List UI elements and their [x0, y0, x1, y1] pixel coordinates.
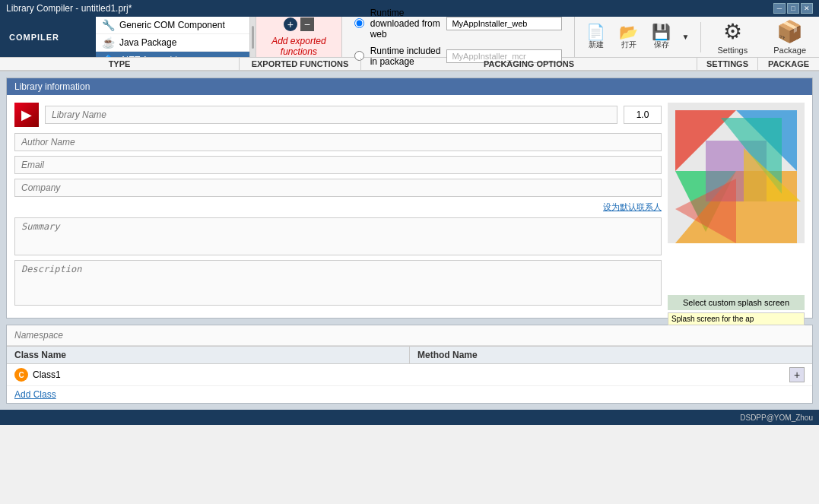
section-headers: TYPE EXPORTED FUNCTIONS PACKAGING OPTION… [0, 58, 819, 71]
class-name-text: Class1 [33, 369, 411, 380]
author-input[interactable] [14, 133, 662, 151]
lib-info-body: ▶ 设为默认联系人 [7, 95, 812, 318]
settings-header: SETTINGS [697, 58, 758, 70]
add-class-link[interactable]: Add Class [7, 386, 812, 403]
add-method-button[interactable]: + [789, 367, 805, 382]
class-name-col-header: Class Name [7, 347, 410, 363]
exported-controls: + − [284, 17, 314, 31]
lib-icon: ▶ [14, 103, 39, 127]
compiler-label: COMPILER [0, 17, 96, 57]
namespace-input[interactable] [7, 325, 812, 346]
add-exported-btn[interactable]: + [284, 17, 297, 31]
set-default-link[interactable]: 设为默认联系人 [14, 201, 662, 213]
runtime-web-radio[interactable] [354, 18, 364, 28]
open-icon: 📂 [619, 24, 638, 40]
new-icon: 📄 [586, 24, 605, 40]
remove-exported-btn[interactable]: − [300, 17, 314, 31]
runtime-web-row: Runtime downloaded from web [354, 8, 563, 40]
type-item-net[interactable]: 🔷 .NET Assembly [96, 52, 256, 57]
settings-button[interactable]: ⚙ Settings [704, 15, 760, 59]
packaging-panel: Runtime downloaded from web Runtime incl… [342, 17, 575, 57]
toolbar-separator [700, 22, 701, 52]
lib-info-split: ▶ 设为默认联系人 [14, 103, 805, 310]
settings-icon: ⚙ [723, 19, 742, 44]
new-open-save-area: 📄 新建 📂 打开 💾 保存 ▼ [575, 19, 697, 55]
net-icon: 🔷 [102, 54, 115, 57]
save-button[interactable]: 💾 保存 [646, 22, 676, 52]
maximize-button[interactable]: □ [787, 3, 799, 14]
library-info-card: Library information ▶ [6, 78, 813, 319]
lib-info-header: Library information [7, 78, 812, 95]
type-header: TYPE [0, 58, 240, 70]
runtime-web-label: Runtime downloaded from web [370, 8, 441, 40]
splash-tooltip: Splash screen for the ap [668, 312, 805, 325]
type-list: 🔧 Generic COM Component ☕ Java Package 🔷… [96, 17, 256, 57]
class-icon: C [14, 368, 28, 382]
company-input[interactable] [14, 179, 662, 197]
method-name-col-header: Method Name [410, 347, 812, 363]
package-button[interactable]: 📦 Package [760, 15, 819, 59]
exported-panel: + − Add exported functions [256, 17, 342, 57]
minimize-button[interactable]: ─ [773, 3, 786, 14]
status-bar: DSDPP@YOM_Zhou [0, 410, 819, 425]
add-exported-label[interactable]: Add exported functions [262, 36, 335, 57]
package-icon: 📦 [776, 19, 803, 44]
summary-textarea[interactable] [14, 217, 662, 255]
namespace-class-card: Class Name Method Name C Class1 + Add Cl… [6, 325, 813, 404]
splash-select-button[interactable]: Select custom splash screen [668, 295, 805, 310]
type-scrollbar[interactable] [249, 17, 256, 57]
package-header: PACKAGE [758, 58, 819, 70]
generic-com-icon: 🔧 [102, 19, 115, 31]
runtime-web-input[interactable] [446, 17, 562, 30]
type-scrollbar-thumb[interactable] [252, 26, 254, 49]
close-button[interactable]: ✕ [801, 3, 813, 14]
class-row: C Class1 + [7, 364, 812, 386]
save-arrow-button[interactable]: ▼ [679, 32, 691, 42]
status-text: DSDPP@YOM_Zhou [740, 414, 813, 422]
version-input[interactable] [624, 106, 662, 124]
window-controls[interactable]: ─ □ ✕ [773, 3, 813, 14]
type-item-generic-com[interactable]: 🔧 Generic COM Component [96, 17, 256, 34]
splash-area: Select custom splash screen Splash scree… [668, 103, 805, 310]
lib-info-form: ▶ 设为默认联系人 [14, 103, 662, 310]
toolbar: COMPILER 🔧 Generic COM Component ☕ Java … [0, 17, 819, 58]
description-textarea[interactable] [14, 260, 662, 306]
packaging-header: PACKAGING OPTIONS [361, 58, 697, 70]
email-input[interactable] [14, 156, 662, 174]
new-button[interactable]: 📄 新建 [581, 22, 611, 52]
library-name-input[interactable] [45, 106, 617, 124]
main-content: Library information ▶ [0, 71, 819, 410]
app-title: Library Compiler - untitled1.prj* [6, 3, 132, 14]
exported-header: EXPORTED FUNCTIONS [240, 58, 361, 70]
settings-package-area: 📄 新建 📂 打开 💾 保存 ▼ ⚙ Settings 📦 Package [574, 17, 819, 57]
java-icon: ☕ [102, 36, 115, 49]
open-button[interactable]: 📂 打开 [614, 22, 643, 52]
splash-preview [668, 103, 805, 243]
type-item-java[interactable]: ☕ Java Package [96, 34, 256, 52]
class-method-header: Class Name Method Name [7, 346, 812, 364]
save-icon: 💾 [652, 24, 671, 40]
lib-name-row: ▶ [14, 103, 662, 127]
